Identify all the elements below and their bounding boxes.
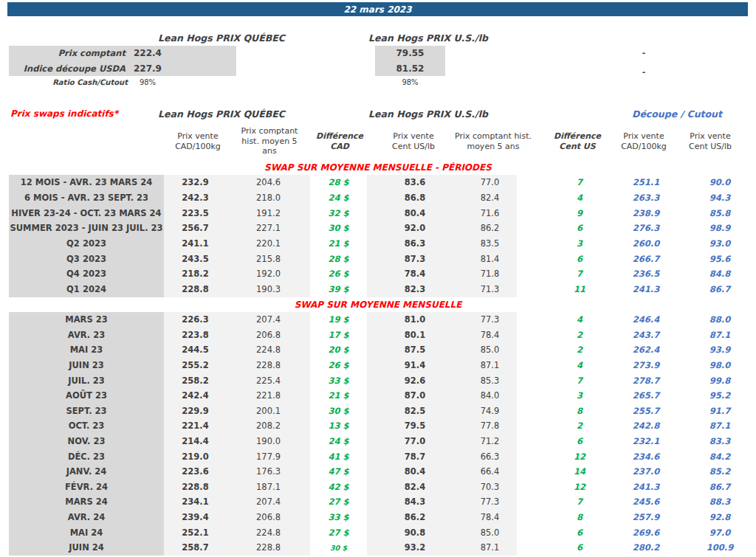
row-label: MAI 24	[9, 525, 164, 540]
ratio-value-quebec: 98%	[126, 77, 170, 88]
cell-us-hist: 78.4	[463, 510, 517, 525]
cell-cad-vente: 242.3	[164, 190, 227, 206]
row-label: AOÛT 23	[9, 388, 164, 404]
spot-dash: -	[636, 67, 651, 77]
cell-cad-hist: 190.3	[227, 282, 310, 297]
cell-cutout-us: 99.8	[672, 373, 756, 388]
cell-us-hist: 66.4	[463, 464, 517, 480]
cell-us-hist: 85.0	[463, 525, 517, 540]
cell-cad-vente: 218.2	[164, 266, 227, 282]
cell-cutout-us: 93.0	[672, 236, 756, 252]
cell-us-hist: 87.1	[463, 540, 517, 556]
cell-diff-cad: 33 $	[310, 510, 367, 525]
periodes-table: 12 MOIS - AVR. 23 MARS 24232.9204.628 $8…	[0, 175, 756, 297]
row-label: MARS 23	[9, 312, 164, 328]
cell-diff-cad: 13 $	[310, 418, 367, 434]
cell-us-vente: 81.0	[367, 312, 463, 328]
row-label: Q3 2023	[9, 251, 164, 266]
cell-diff-us: 8	[517, 404, 620, 419]
cell-diff-us: 6	[517, 251, 620, 266]
cell-cutout-cad: 266.7	[620, 251, 672, 266]
cell-cad-vente: 239.4	[164, 510, 227, 525]
row-label: MARS 24	[9, 494, 164, 510]
row-label: 12 MOIS - AVR. 23 MARS 24	[9, 175, 164, 190]
cell-cad-hist: 207.4	[227, 494, 310, 510]
cell-cad-hist: 228.8	[227, 540, 310, 556]
cell-cutout-cad: 241.3	[620, 480, 672, 495]
cell-cad-hist: 191.2	[227, 205, 310, 221]
cell-cutout-us: 85.8	[672, 205, 756, 221]
col-header-hist-us: Prix comptant hist. moyen 5 ans	[445, 131, 541, 151]
cell-us-hist: 77.0	[463, 175, 517, 190]
row-label: JUIN 23	[9, 358, 164, 373]
cell-us-hist: 71.3	[463, 282, 517, 297]
cell-cutout-us: 87.1	[672, 418, 756, 434]
cell-cad-hist: 215.8	[227, 251, 310, 266]
cell-cad-hist: 206.8	[227, 328, 310, 343]
cell-cutout-cad: 278.7	[620, 373, 672, 388]
date-banner: 22 mars 2023	[7, 2, 748, 16]
table-row: NOV. 23214.4190.024 $77.071.26232.183.3	[0, 434, 756, 449]
row-label: 6 MOIS - AVR. 23 SEPT. 23	[9, 190, 164, 206]
cell-cutout-us: 91.7	[672, 404, 756, 419]
ratio-label: Ratio Cash/Cutout	[9, 77, 128, 88]
cell-cad-hist: 206.8	[227, 510, 310, 525]
row-label: JUIN 24	[9, 540, 164, 556]
cell-us-vente: 91.4	[367, 358, 463, 373]
swaps-us-header: Lean Hogs PRIX U.S./lb	[354, 108, 502, 120]
cell-us-vente: 87.0	[367, 388, 463, 404]
cell-cutout-us: 95.2	[672, 388, 756, 404]
cell-diff-cad: 30 $	[310, 221, 367, 236]
cell-cad-hist: 228.8	[227, 358, 310, 373]
row-label: NOV. 23	[9, 434, 164, 449]
cell-cutout-cad: 263.3	[620, 190, 672, 206]
cell-cutout-cad: 260.0	[620, 236, 672, 252]
cell-diff-cad: 28 $	[310, 175, 367, 190]
col-header-difference-cent-us: Différence Cent US	[544, 131, 611, 151]
row-label: Q4 2023	[9, 266, 164, 282]
row-label: AVR. 24	[9, 510, 164, 525]
cell-cutout-cad: 234.6	[620, 449, 672, 464]
cell-us-vente: 80.4	[367, 205, 463, 221]
table-row: JUIN 24258.7228.830 $93.287.16280.2100.9	[0, 540, 756, 556]
monthly-table: MARS 23226.3207.419 $81.077.34246.488.0A…	[0, 312, 756, 556]
cell-us-vente: 83.6	[367, 175, 463, 190]
cell-cutout-cad: 232.1	[620, 434, 672, 449]
table-row: 6 MOIS - AVR. 23 SEPT. 23242.3218.024 $8…	[0, 190, 756, 206]
cell-diff-us: 6	[517, 221, 620, 236]
row-label: SEPT. 23	[9, 404, 164, 419]
table-row: AVR. 23223.8206.817 $80.178.42243.787.1	[0, 328, 756, 343]
cell-us-vente: 93.2	[367, 540, 463, 556]
cell-us-hist: 74.9	[463, 404, 517, 419]
cell-cad-hist: 218.0	[227, 190, 310, 206]
cell-cad-hist: 224.8	[227, 342, 310, 358]
cell-diff-us: 7	[517, 266, 620, 282]
cell-diff-us: 6	[517, 434, 620, 449]
cell-cad-vente: 242.4	[164, 388, 227, 404]
cell-us-hist: 81.4	[463, 251, 517, 266]
cell-diff-cad: 26 $	[310, 266, 367, 282]
cell-us-hist: 71.6	[463, 205, 517, 221]
cell-diff-us: 3	[517, 388, 620, 404]
swaps-cutout-header: Découpe / Cutout	[613, 108, 741, 120]
row-label: JANV. 24	[9, 464, 164, 480]
cell-cad-vente: 223.6	[164, 464, 227, 480]
table-row: JANV. 24223.6176.347 $80.466.414237.085.…	[0, 464, 756, 480]
spot-us-header: Lean Hogs PRIX U.S./lb	[354, 32, 502, 44]
cell-us-hist: 70.3	[463, 480, 517, 495]
cell-us-vente: 86.3	[367, 236, 463, 252]
cell-cutout-cad: 242.8	[620, 418, 672, 434]
cell-cutout-us: 100.9	[672, 540, 756, 556]
cell-us-vente: 79.5	[367, 418, 463, 434]
cell-diff-us: 6	[517, 525, 620, 540]
cell-cad-vente: 232.9	[164, 175, 227, 190]
table-row: OCT. 23221.4208.213 $79.577.82242.887.1	[0, 418, 756, 434]
table-row: HIVER 23-24 - OCT. 23 MARS 24223.5191.23…	[0, 205, 756, 221]
cell-cad-vente: 219.0	[164, 449, 227, 464]
row-label: FÉVR. 24	[9, 480, 164, 495]
cell-cutout-cad: 273.9	[620, 358, 672, 373]
table-row: DÉC. 23219.0177.941 $78.766.312234.684.2	[0, 449, 756, 464]
cell-diff-us: 7	[517, 494, 620, 510]
cell-cad-vente: 221.4	[164, 418, 227, 434]
cell-cutout-us: 86.7	[672, 282, 756, 297]
